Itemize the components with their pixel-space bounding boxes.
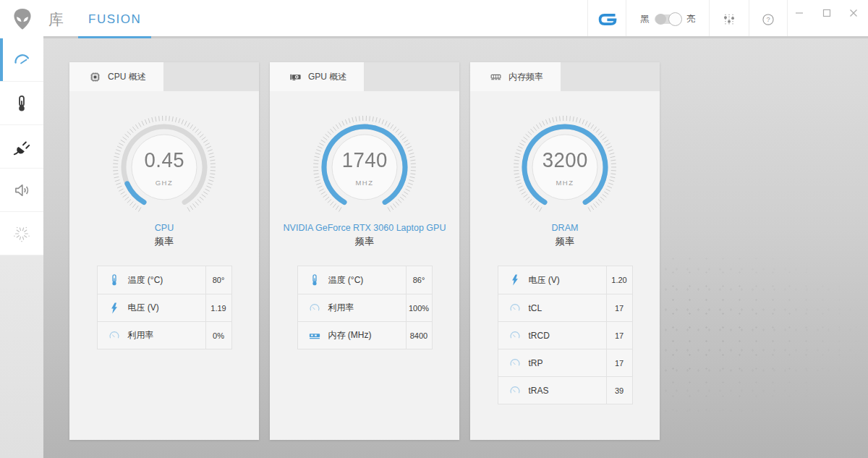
cpu-gauge-unit: GHZ	[156, 179, 174, 187]
sidebar-item-spray-burst[interactable]	[0, 212, 43, 255]
stat-value: 17	[606, 294, 632, 321]
cpu-stats-table: 温度 (°C)80°电压 (V)1.19利用率0%	[97, 266, 232, 349]
maximize-button[interactable]	[822, 7, 831, 16]
stat-label: tRCD	[529, 331, 550, 341]
utilization-icon	[308, 302, 321, 315]
gpu-overview-card: GPU 概述 1740 MHZ NVIDIA GeForce RTX 3060 …	[270, 62, 459, 440]
memory-gauge-value: 3200	[542, 148, 587, 172]
settings-sliders-icon	[721, 12, 737, 27]
alienware-logo-icon	[12, 6, 36, 33]
table-row: tRAS39	[498, 376, 632, 404]
tab-fusion[interactable]: FUSION	[82, 0, 147, 38]
memory-card-body: 3200 MHZ DRAM 频率 电压 (V)1.20tCL17tRCD17tR…	[470, 91, 660, 440]
speedometer-icon	[12, 51, 31, 69]
bolt-icon	[509, 273, 522, 287]
stat-value: 17	[606, 349, 632, 376]
minimize-button[interactable]	[795, 7, 804, 16]
stat-label: 电压 (V)	[529, 274, 560, 287]
gpu-stats-table: 温度 (°C)86°利用率100%内存 (MHz)8400	[297, 266, 433, 349]
sidebar-item-speaker[interactable]	[0, 169, 43, 212]
cards-row: CPU 概述 0.45 GHZ CPU 频率 温度	[43, 38, 868, 440]
ram-icon	[308, 329, 321, 342]
theme-dark-label: 黑	[640, 13, 649, 25]
gpu-gauge-unit: MHZ	[355, 179, 373, 187]
stat-value: 100%	[406, 294, 432, 321]
app-body: CPU 概述 0.45 GHZ CPU 频率 温度	[0, 38, 868, 458]
main-content: CPU 概述 0.45 GHZ CPU 频率 温度	[43, 38, 868, 458]
stat-label: 内存 (MHz)	[328, 329, 372, 342]
sidebar-item-power-plug[interactable]	[0, 125, 43, 169]
memory-gauge: 3200 MHZ	[511, 113, 619, 221]
table-row: tCL17	[498, 294, 632, 321]
sidebar-item-speedometer[interactable]	[0, 38, 43, 82]
thermometer-icon	[108, 273, 121, 287]
cpu-card-title: CPU 概述	[108, 71, 146, 83]
gpu-gauge-label: NVIDIA GeForce RTX 3060 Laptop GPU	[284, 223, 446, 233]
table-row: 内存 (MHz)8400	[298, 321, 432, 349]
utilization-icon	[509, 302, 522, 315]
tab-library[interactable]: 库	[48, 9, 65, 30]
g-logo-icon	[595, 9, 619, 30]
memory-gauge-sublabel: 频率	[552, 235, 579, 248]
speaker-icon	[12, 181, 31, 200]
stat-value: 80°	[205, 266, 231, 294]
help-icon: ?	[761, 12, 775, 27]
sidebar-item-thermometer[interactable]	[0, 82, 43, 125]
stat-label: tRP	[529, 358, 543, 368]
gpu-gauge: 1740 MHZ	[310, 113, 419, 221]
titlebar-left: 库 FUSION	[0, 0, 587, 38]
stat-value: 17	[606, 322, 632, 349]
close-button[interactable]	[849, 7, 858, 16]
theme-toggle[interactable]: 黑 亮	[626, 0, 709, 38]
table-row: tRCD17	[498, 321, 632, 349]
settings-button[interactable]	[709, 0, 749, 38]
memory-card-title: 内存频率	[509, 71, 543, 83]
memory-gauge-unit: MHZ	[556, 179, 574, 187]
utilization-icon	[108, 329, 121, 342]
stat-value: 8400	[406, 322, 432, 349]
gpu-card-title: GPU 概述	[308, 71, 346, 83]
memory-card-tab: 内存频率	[470, 62, 561, 91]
theme-light-label: 亮	[686, 13, 695, 25]
utilization-icon	[509, 384, 522, 397]
table-row: tRP17	[498, 349, 632, 376]
stat-label: 温度 (°C)	[328, 274, 364, 287]
cpu-gauge: 0.45 GHZ	[110, 113, 218, 221]
theme-toggle-track[interactable]	[655, 14, 681, 24]
svg-text:?: ?	[766, 16, 770, 23]
stat-label: 电压 (V)	[128, 302, 159, 314]
thermometer-icon	[12, 94, 31, 113]
thermometer-icon	[308, 273, 321, 287]
table-row: 温度 (°C)80°	[98, 266, 231, 294]
ram-outline-icon	[490, 71, 502, 83]
gpu-card-header: GPU 概述	[270, 62, 459, 91]
theme-toggle-knob[interactable]	[668, 12, 682, 26]
table-row: 电压 (V)1.19	[98, 294, 231, 321]
memory-card-header: 内存频率	[470, 62, 660, 91]
stat-label: 温度 (°C)	[128, 274, 163, 287]
utilization-icon	[509, 357, 522, 370]
table-row: 利用率0%	[98, 321, 231, 349]
gpu-gauge-sublabel: 频率	[284, 235, 446, 248]
cpu-chip-icon	[89, 71, 101, 83]
help-button[interactable]: ?	[749, 0, 787, 38]
stat-value: 39	[606, 377, 632, 404]
stat-label: tRAS	[529, 386, 549, 396]
stat-value: 0%	[205, 322, 231, 349]
spray-burst-icon	[12, 224, 31, 243]
gpu-card-icon	[289, 71, 302, 83]
memory-frequency-card: 内存频率 3200 MHZ DRAM 频率 电压 (	[470, 62, 660, 440]
cpu-gauge-sublabel: 频率	[155, 235, 174, 248]
stat-value: 1.19	[205, 294, 231, 321]
cpu-overview-card: CPU 概述 0.45 GHZ CPU 频率 温度	[69, 62, 259, 440]
memory-stats-table: 电压 (V)1.20tCL17tRCD17tRP17tRAS39	[498, 266, 633, 404]
cpu-card-tab: CPU 概述	[69, 62, 163, 91]
window-controls	[787, 0, 868, 38]
stat-label: tCL	[529, 303, 542, 313]
cpu-gauge-value: 0.45	[144, 148, 184, 172]
g-mode-button[interactable]	[587, 0, 626, 38]
cpu-card-body: 0.45 GHZ CPU 频率 温度 (°C)80°电压 (V)1.19利用率0…	[69, 91, 259, 440]
gpu-card-body: 1740 MHZ NVIDIA GeForce RTX 3060 Laptop …	[270, 91, 459, 440]
stat-label: 利用率	[328, 302, 354, 314]
theme-toggle-blob	[655, 14, 666, 25]
